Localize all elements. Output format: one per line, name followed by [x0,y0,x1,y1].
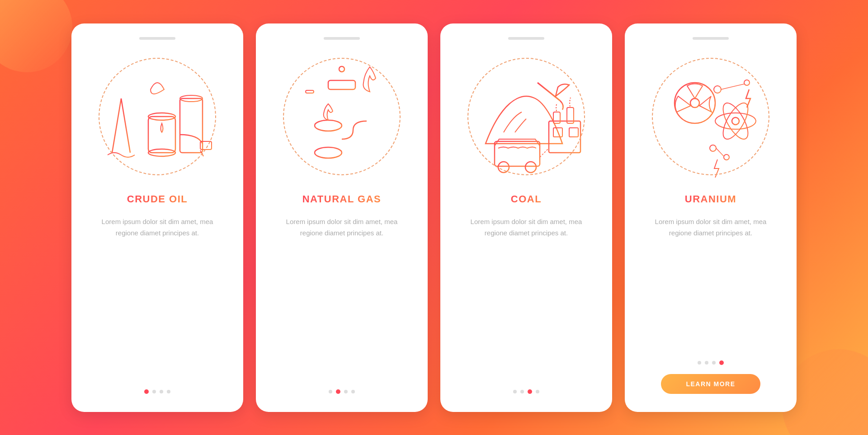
dot-3 [160,390,163,393]
dot-4 [167,390,170,393]
dot-1 [144,389,149,394]
dashed-circle-crude-oil [99,58,216,175]
dashed-circle-uranium [652,58,769,175]
dot-4 [536,390,539,393]
illustration-uranium [643,49,778,184]
card-dots-natural-gas [329,389,355,394]
dot-3 [344,390,348,393]
illustration-crude-oil [90,49,225,184]
dot-4 [351,390,355,393]
card-uranium: URANIUM Lorem ipsum dolor sit dim amet, … [625,23,797,412]
dot-2 [705,361,708,365]
dot-1 [329,390,332,393]
card-natural-gas: NATURAL GAS Lorem ipsum dolor sit dim am… [256,23,428,412]
dot-2 [336,389,340,394]
dot-3 [712,361,716,365]
card-notch-crude-oil [139,37,175,40]
dot-2 [520,390,524,393]
illustration-coal [458,49,594,184]
dot-1 [698,361,701,365]
card-notch-natural-gas [324,37,360,40]
dot-3 [528,389,532,394]
dashed-circle-natural-gas [283,58,401,175]
card-dots-crude-oil [144,389,170,394]
card-title-natural-gas: NATURAL GAS [302,193,382,205]
card-text-coal: Lorem ipsum dolor sit dim amet, mea regi… [454,216,599,380]
card-text-natural-gas: Lorem ipsum dolor sit dim amet, mea regi… [269,216,414,380]
card-dots-coal [513,389,539,394]
card-notch-uranium [693,37,729,40]
dot-4 [719,360,724,365]
card-coal: COAL Lorem ipsum dolor sit dim amet, mea… [440,23,612,412]
card-title-coal: COAL [511,193,542,205]
learn-more-button[interactable]: LEARN MORE [661,374,760,394]
cards-container: CRUDE OIL Lorem ipsum dolor sit dim amet… [53,5,815,430]
dot-2 [152,390,156,393]
illustration-natural-gas [274,49,410,184]
card-notch-coal [508,37,544,40]
dashed-circle-coal [467,58,585,175]
card-crude-oil: CRUDE OIL Lorem ipsum dolor sit dim amet… [71,23,243,412]
dot-1 [513,390,517,393]
card-text-uranium: Lorem ipsum dolor sit dim amet, mea regi… [638,216,783,351]
card-dots-uranium [698,360,724,365]
card-text-crude-oil: Lorem ipsum dolor sit dim amet, mea regi… [85,216,230,380]
card-title-uranium: URANIUM [685,193,736,205]
card-title-crude-oil: CRUDE OIL [127,193,188,205]
